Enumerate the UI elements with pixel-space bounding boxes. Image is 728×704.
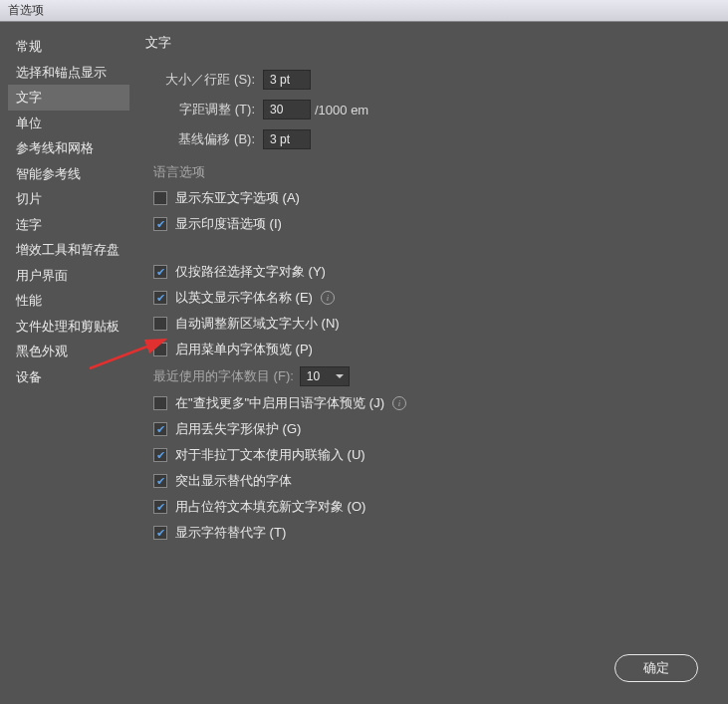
sidebar-item-general[interactable]: 常规	[8, 34, 129, 60]
sidebar-item-black[interactable]: 黑色外观	[8, 339, 129, 364]
info-icon[interactable]: i	[392, 396, 406, 410]
menu-preview-label: 启用菜单内字体预览 (P)	[175, 341, 313, 358]
main-panel: 文字 大小／行距 (S): 字距调整 (T): /1000 em 基线偏移 (B…	[129, 22, 728, 704]
jp-preview-label: 在"查找更多"中启用日语字体预览 (J)	[175, 394, 384, 412]
preferences-window: 首选项 常规 选择和锚点显示 文字 单位 参考线和网格 智能参考线 切片 连字 …	[0, 0, 728, 704]
jp-preview-checkbox[interactable]	[153, 396, 167, 410]
indic-checkbox[interactable]	[153, 217, 167, 231]
sidebar-item-smart-guides[interactable]: 智能参考线	[8, 161, 129, 187]
alt-glyph-row[interactable]: 显示字符替代字 (T)	[153, 524, 712, 542]
sidebar-item-selection[interactable]: 选择和锚点显示	[8, 60, 129, 86]
tracking-label: 字距调整 (T):	[145, 101, 255, 118]
auto-size-row[interactable]: 自动调整新区域文字大小 (N)	[153, 315, 712, 333]
size-label: 大小／行距 (S):	[145, 71, 255, 89]
indic-label: 显示印度语选项 (I)	[175, 215, 282, 233]
english-font-checkbox[interactable]	[153, 291, 167, 305]
east-asian-label: 显示东亚文字选项 (A)	[175, 189, 300, 207]
size-row: 大小／行距 (S):	[145, 70, 712, 90]
east-asian-row[interactable]: 显示东亚文字选项 (A)	[153, 189, 712, 207]
info-icon[interactable]: i	[321, 291, 335, 305]
content: 常规 选择和锚点显示 文字 单位 参考线和网格 智能参考线 切片 连字 增效工具…	[0, 22, 728, 704]
sidebar-item-plugins[interactable]: 增效工具和暂存盘	[8, 237, 129, 263]
tracking-row: 字距调整 (T): /1000 em	[145, 100, 712, 119]
inline-input-checkbox[interactable]	[153, 448, 167, 462]
alt-highlight-label: 突出显示替代的字体	[175, 472, 292, 490]
sidebar-item-devices[interactable]: 设备	[8, 364, 129, 390]
button-row: 确定	[614, 654, 698, 682]
english-font-label: 以英文显示字体名称 (E)	[175, 289, 313, 307]
auto-size-checkbox[interactable]	[153, 317, 167, 331]
jp-preview-row[interactable]: 在"查找更多"中启用日语字体预览 (J) i	[153, 394, 712, 412]
tracking-unit: /1000 em	[315, 103, 368, 117]
glyph-protect-label: 启用丢失字形保护 (G)	[175, 420, 301, 438]
alt-glyph-label: 显示字符替代字 (T)	[175, 524, 286, 542]
menu-preview-checkbox[interactable]	[153, 343, 167, 356]
sidebar: 常规 选择和锚点显示 文字 单位 参考线和网格 智能参考线 切片 连字 增效工具…	[0, 22, 129, 704]
size-input[interactable]	[263, 70, 311, 90]
alt-glyph-checkbox[interactable]	[153, 526, 167, 540]
baseline-row: 基线偏移 (B):	[145, 129, 712, 149]
path-select-checkbox[interactable]	[153, 265, 167, 279]
recent-fonts-select[interactable]: 10	[300, 366, 350, 386]
sidebar-item-units[interactable]: 单位	[8, 111, 129, 136]
sidebar-item-guides[interactable]: 参考线和网格	[8, 135, 129, 161]
path-select-row[interactable]: 仅按路径选择文字对象 (Y)	[153, 263, 712, 281]
path-select-label: 仅按路径选择文字对象 (Y)	[175, 263, 326, 281]
english-font-row[interactable]: 以英文显示字体名称 (E) i	[153, 289, 712, 307]
window-title: 首选项	[8, 3, 44, 17]
titlebar: 首选项	[0, 0, 728, 22]
placeholder-fill-checkbox[interactable]	[153, 500, 167, 514]
recent-fonts-label: 最近使用的字体数目 (F):	[153, 367, 294, 385]
east-asian-checkbox[interactable]	[153, 191, 167, 205]
sidebar-item-performance[interactable]: 性能	[8, 288, 129, 314]
baseline-label: 基线偏移 (B):	[145, 130, 255, 148]
sidebar-item-type[interactable]: 文字	[8, 85, 129, 111]
placeholder-fill-label: 用占位符文本填充新文字对象 (O)	[175, 498, 365, 516]
alt-highlight-checkbox[interactable]	[153, 474, 167, 488]
sidebar-item-slices[interactable]: 切片	[8, 186, 129, 212]
inline-input-row[interactable]: 对于非拉丁文本使用内联输入 (U)	[153, 446, 712, 464]
language-group-label: 语言选项	[153, 163, 712, 181]
sidebar-item-hyphenation[interactable]: 连字	[8, 212, 129, 238]
baseline-input[interactable]	[263, 129, 311, 149]
recent-fonts-row: 最近使用的字体数目 (F): 10	[153, 366, 712, 386]
auto-size-label: 自动调整新区域文字大小 (N)	[175, 315, 340, 333]
tracking-input[interactable]	[263, 100, 311, 119]
alt-highlight-row[interactable]: 突出显示替代的字体	[153, 472, 712, 490]
ok-button[interactable]: 确定	[614, 654, 698, 682]
panel-heading: 文字	[145, 34, 712, 52]
sidebar-item-ui[interactable]: 用户界面	[8, 263, 129, 289]
menu-preview-row[interactable]: 启用菜单内字体预览 (P)	[153, 341, 712, 358]
indic-row[interactable]: 显示印度语选项 (I)	[153, 215, 712, 233]
sidebar-item-files[interactable]: 文件处理和剪贴板	[8, 314, 129, 340]
glyph-protect-checkbox[interactable]	[153, 422, 167, 436]
placeholder-fill-row[interactable]: 用占位符文本填充新文字对象 (O)	[153, 498, 712, 516]
glyph-protect-row[interactable]: 启用丢失字形保护 (G)	[153, 420, 712, 438]
inline-input-label: 对于非拉丁文本使用内联输入 (U)	[175, 446, 365, 464]
